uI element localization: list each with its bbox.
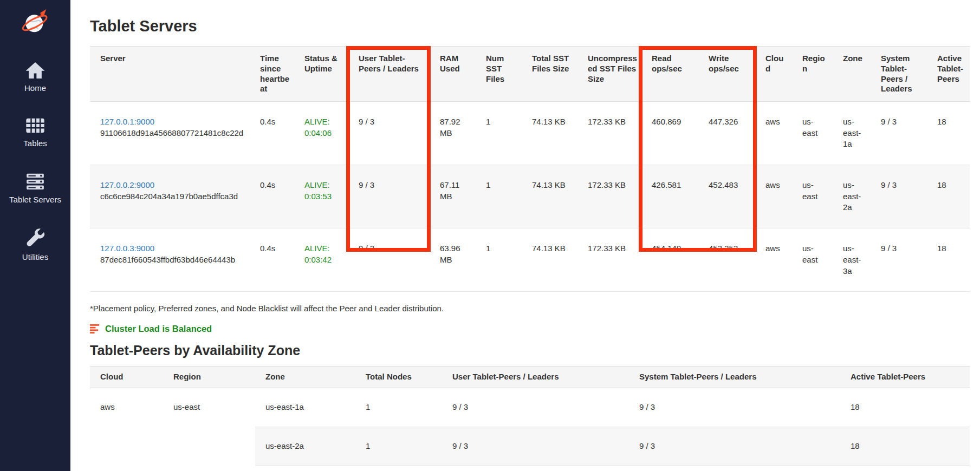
column-header: Cloud	[755, 47, 792, 102]
system-tablet-peers-cell: 9 / 3	[871, 228, 927, 292]
column-header: Active Tablet-Peers	[840, 367, 970, 388]
server-link[interactable]: 127.0.0.3:9000	[100, 244, 154, 253]
time-since-heartbeat-cell: 0.4s	[250, 102, 294, 165]
main-content: Tablet Servers ServerTime since heartbea…	[70, 0, 980, 471]
status-alive-text: ALIVE:	[304, 180, 344, 191]
user-tablet-peers-cell: 9 / 3	[348, 165, 430, 228]
total-nodes-cell: 1	[355, 466, 442, 471]
server-link[interactable]: 127.0.0.1:9000	[100, 117, 154, 126]
column-header: Zone	[833, 47, 871, 102]
sidebar-item-label: Home	[24, 83, 46, 93]
status-uptime-text: 0:03:42	[304, 254, 344, 266]
zone-cell: us-east-1a	[833, 102, 871, 165]
column-header: User Tablet-Peers / Leaders	[348, 47, 430, 102]
column-header: RAM Used	[430, 47, 476, 102]
sidebar-item-label: Tables	[23, 139, 47, 148]
zone-cell: us-east-2a	[833, 165, 871, 228]
column-header: Server	[90, 47, 250, 102]
status-uptime-cell: ALIVE:0:03:53	[294, 165, 348, 228]
user-tablet-peers-cell: 9 / 3	[348, 102, 430, 165]
active-tablet-peers-cell: 18	[927, 228, 970, 292]
status-uptime-text: 0:03:53	[304, 191, 344, 202]
cloud-cell: aws	[755, 165, 792, 228]
az-row: awsus-eastus-east-1a19 / 39 / 318	[90, 388, 970, 427]
ram-used-cell: 87.92 MB	[430, 102, 476, 165]
user-tablet-peers-cell: 9 / 3	[442, 388, 629, 427]
num-sst-files-cell: 1	[476, 102, 522, 165]
uncompressed-sst-size-cell: 172.33 KB	[577, 165, 641, 228]
sidebar-item-utilities[interactable]: Utilities	[22, 228, 48, 261]
cloud-cell: aws	[755, 102, 792, 165]
column-header: Cloud	[90, 367, 163, 388]
server-cell: 127.0.0.3:900087dec81f660543ffbdf63bd46e…	[90, 228, 250, 292]
sidebar-item-tables[interactable]: Tables	[23, 116, 47, 148]
cloud-cell: aws	[90, 388, 163, 471]
system-tablet-peers-cell: 9 / 3	[629, 427, 840, 466]
server-row: 127.0.0.2:9000c6c6ce984c204a34a197b0ae5d…	[90, 165, 970, 228]
system-tablet-peers-cell: 9 / 3	[629, 388, 840, 427]
total-nodes-cell: 1	[355, 388, 442, 427]
total-sst-size-cell: 74.13 KB	[522, 165, 577, 228]
system-tablet-peers-cell: 9 / 3	[871, 165, 927, 228]
column-header: Read ops/sec	[641, 47, 698, 102]
status-uptime-text: 0:04:06	[304, 128, 344, 139]
user-tablet-peers-cell: 9 / 3	[442, 427, 629, 466]
az-section-title: Tablet-Peers by Availability Zone	[90, 343, 970, 358]
server-uuid: c6c6ce984c204a34a197b0ae5dffca3d	[100, 191, 245, 202]
load-balance-icon	[90, 324, 100, 333]
tablet-servers-icon	[24, 172, 46, 191]
write-ops-cell: 452.483	[698, 165, 755, 228]
system-tablet-peers-cell: 9 / 3	[871, 102, 927, 165]
column-header: User Tablet-Peers / Leaders	[442, 367, 629, 388]
server-row: 127.0.0.3:900087dec81f660543ffbdf63bd46e…	[90, 228, 970, 292]
total-sst-size-cell: 74.13 KB	[522, 228, 577, 292]
uncompressed-sst-size-cell: 172.33 KB	[577, 228, 641, 292]
total-nodes-cell: 1	[355, 427, 442, 466]
sidebar-item-tablet-servers[interactable]: Tablet Servers	[9, 172, 61, 204]
column-header: Region	[163, 367, 255, 388]
read-ops-cell: 460.869	[641, 102, 698, 165]
sidebar: Home Tables	[0, 0, 70, 471]
column-header: Status & Uptime	[294, 47, 348, 102]
placement-footnote: *Placement policy, Preferred zones, and …	[90, 304, 970, 313]
column-header: Total SST Files Size	[522, 47, 577, 102]
column-header: Active Tablet-Peers	[927, 47, 970, 102]
read-ops-cell: 426.581	[641, 165, 698, 228]
region-cell: us-east	[792, 102, 833, 165]
zone-cell: us-east-1a	[255, 388, 355, 427]
sidebar-item-home[interactable]: Home	[24, 61, 46, 93]
home-icon	[25, 61, 46, 80]
sidebar-item-label: Tablet Servers	[9, 195, 61, 204]
column-header: System Tablet-Peers / Leaders	[629, 367, 840, 388]
region-cell: us-east	[792, 228, 833, 292]
server-link[interactable]: 127.0.0.2:9000	[100, 180, 154, 189]
server-uuid: 91106618d91a45668807721481c8c22d	[100, 128, 245, 139]
uncompressed-sst-size-cell: 172.33 KB	[577, 102, 641, 165]
cloud-cell: aws	[755, 228, 792, 292]
server-row: 127.0.0.1:900091106618d91a45668807721481…	[90, 102, 970, 165]
tablet-servers-table: ServerTime since heartbeatStatus & Uptim…	[90, 46, 970, 292]
read-ops-cell: 454.149	[641, 228, 698, 292]
column-header: Time since heartbeat	[250, 47, 294, 102]
status-uptime-cell: ALIVE:0:03:42	[294, 228, 348, 292]
tablet-servers-table-wrap: ServerTime since heartbeatStatus & Uptim…	[90, 46, 970, 292]
num-sst-files-cell: 1	[476, 165, 522, 228]
app-logo[interactable]	[21, 6, 50, 37]
status-alive-text: ALIVE:	[304, 116, 344, 128]
total-sst-size-cell: 74.13 KB	[522, 102, 577, 165]
status-uptime-cell: ALIVE:0:04:06	[294, 102, 348, 165]
system-tablet-peers-cell: 9 / 3	[629, 466, 840, 471]
ram-used-cell: 67.11 MB	[430, 165, 476, 228]
servers-header-row: ServerTime since heartbeatStatus & Uptim…	[90, 47, 970, 102]
server-cell: 127.0.0.2:9000c6c6ce984c204a34a197b0ae5d…	[90, 165, 250, 228]
balance-status-text: Cluster Load is Balanced	[105, 324, 212, 334]
server-uuid: 87dec81f660543ffbdf63bd46e64443b	[100, 254, 245, 266]
globe-rocket-logo-icon	[21, 6, 50, 36]
column-header: Num SST Files	[476, 47, 522, 102]
region-cell: us-east	[792, 165, 833, 228]
status-alive-text: ALIVE:	[304, 243, 344, 254]
region-cell: us-east	[163, 388, 255, 471]
column-header: System Tablet-Peers / Leaders	[871, 47, 927, 102]
page-title: Tablet Servers	[90, 17, 970, 35]
time-since-heartbeat-cell: 0.4s	[250, 228, 294, 292]
